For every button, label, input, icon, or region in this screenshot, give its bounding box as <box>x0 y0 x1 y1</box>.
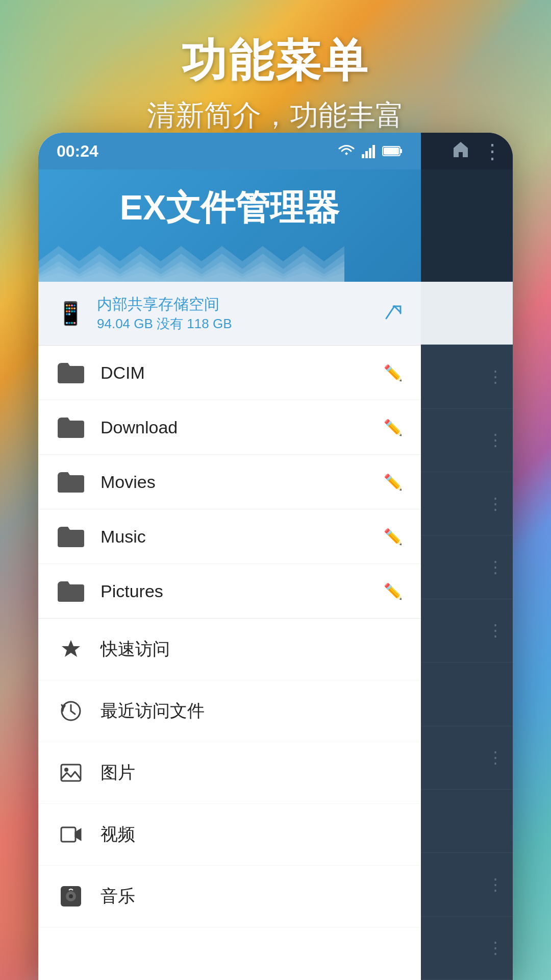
status-time: 00:24 <box>57 142 98 161</box>
menu-item-recent[interactable]: 最近访问文件 <box>38 680 421 742</box>
context-menu-icon-music2[interactable]: ⋮ <box>487 938 503 958</box>
drawer-panel: 00:24 <box>38 133 421 980</box>
image-icon <box>57 758 85 787</box>
edit-icon-movies[interactable]: ✏️ <box>384 473 403 491</box>
svg-rect-1 <box>365 151 368 158</box>
context-menu-icon-music[interactable]: ⋮ <box>487 557 503 577</box>
app-title: EX文件管理器 <box>57 185 403 231</box>
menu-item-video[interactable]: 视频 <box>38 804 421 866</box>
history-icon <box>57 697 85 725</box>
context-menu-icon-recent[interactable]: ⋮ <box>487 748 503 767</box>
storage-space: 94.04 GB 没有 118 GB <box>97 315 372 333</box>
signal-icon <box>362 144 376 158</box>
folder-item-download[interactable]: Download ✏️ <box>38 400 421 455</box>
folder-name-dcim: DCIM <box>101 363 368 383</box>
svg-point-15 <box>64 768 68 772</box>
right-row-quickaccess <box>421 663 513 726</box>
right-panel-top: ⋮ <box>421 133 513 169</box>
status-bar: 00:24 <box>38 133 421 169</box>
right-row-recent: ⋮ <box>421 726 513 790</box>
top-title: 功能菜单 <box>0 31 551 91</box>
menu-label-images: 图片 <box>101 761 403 785</box>
folder-icon <box>57 579 85 603</box>
menu-label-music: 音乐 <box>101 885 403 908</box>
folder-name-download: Download <box>101 418 368 437</box>
context-menu-icon-dcim[interactable]: ⋮ <box>487 367 503 386</box>
storage-arrow-icon <box>384 302 403 325</box>
storage-item[interactable]: 📱 内部共享存储空间 94.04 GB 没有 118 GB <box>38 282 421 346</box>
right-row-storage <box>421 282 513 345</box>
menu-list: 快速访问 最近访问文件 <box>38 619 421 980</box>
storage-name: 内部共享存储空间 <box>97 294 372 315</box>
more-options-icon[interactable]: ⋮ <box>482 141 503 161</box>
folder-icon <box>57 361 85 384</box>
folder-icon <box>57 470 85 494</box>
right-rows: ⋮ ⋮ ⋮ ⋮ ⋮ ⋮ <box>421 282 513 980</box>
top-text-section: 功能菜单 清新简介，功能丰富 <box>0 0 551 135</box>
phone-mockup: 00:24 <box>38 133 513 980</box>
svg-rect-6 <box>384 148 399 155</box>
folder-name-movies: Movies <box>101 472 368 492</box>
right-row-download: ⋮ <box>421 409 513 472</box>
svg-point-20 <box>69 894 73 898</box>
right-row-images <box>421 790 513 853</box>
folder-item-pictures[interactable]: Pictures ✏️ <box>38 564 421 618</box>
top-subtitle: 清新简介，功能丰富 <box>0 96 551 135</box>
svg-marker-12 <box>62 640 80 657</box>
right-row-pictures: ⋮ <box>421 599 513 663</box>
star-icon <box>57 635 85 664</box>
menu-label-quickaccess: 快速访问 <box>101 638 403 661</box>
folder-icon <box>57 525 85 548</box>
edit-icon-dcim[interactable]: ✏️ <box>384 364 403 382</box>
svg-rect-5 <box>400 149 402 153</box>
svg-marker-21 <box>454 142 468 157</box>
home-icon[interactable] <box>452 140 470 163</box>
right-row-movies: ⋮ <box>421 472 513 535</box>
battery-icon <box>382 144 403 158</box>
phone-screen: 00:24 <box>38 133 513 980</box>
folder-item-dcim[interactable]: DCIM ✏️ <box>38 346 421 400</box>
phone-icon: 📱 <box>57 300 85 327</box>
menu-label-recent: 最近访问文件 <box>101 699 403 723</box>
menu-label-video: 视频 <box>101 823 403 846</box>
folder-list: DCIM ✏️ Download ✏️ <box>38 346 421 619</box>
status-icons <box>337 144 403 158</box>
video-icon <box>57 820 85 849</box>
music-icon <box>57 882 85 911</box>
edit-icon-pictures[interactable]: ✏️ <box>384 582 403 600</box>
svg-rect-3 <box>372 145 375 158</box>
menu-item-quickaccess[interactable]: 快速访问 <box>38 619 421 680</box>
folder-name-pictures: Pictures <box>101 581 368 601</box>
folder-icon <box>57 415 85 439</box>
context-menu-icon-movies[interactable]: ⋮ <box>487 494 503 513</box>
context-menu-icon-pictures[interactable]: ⋮ <box>487 621 503 640</box>
right-row-music2: ⋮ <box>421 917 513 980</box>
right-row-video: ⋮ <box>421 853 513 916</box>
right-row-dcim: ⋮ <box>421 345 513 408</box>
edit-icon-music[interactable]: ✏️ <box>384 528 403 546</box>
wifi-icon <box>337 144 356 158</box>
svg-rect-16 <box>61 827 76 842</box>
folder-item-music[interactable]: Music ✏️ <box>38 509 421 564</box>
context-menu-icon-video[interactable]: ⋮ <box>487 875 503 894</box>
app-header: EX文件管理器 <box>38 169 421 282</box>
wave-decoration <box>38 241 344 282</box>
folder-name-music: Music <box>101 527 368 547</box>
right-header-area <box>421 169 513 282</box>
svg-rect-0 <box>362 154 364 158</box>
folder-item-movies[interactable]: Movies ✏️ <box>38 455 421 509</box>
right-row-music: ⋮ <box>421 535 513 599</box>
edit-icon-download[interactable]: ✏️ <box>384 419 403 436</box>
svg-rect-2 <box>369 148 371 158</box>
svg-rect-14 <box>61 765 81 781</box>
context-menu-icon-download[interactable]: ⋮ <box>487 430 503 450</box>
storage-info: 内部共享存储空间 94.04 GB 没有 118 GB <box>97 294 372 333</box>
right-panel: ⋮ ⋮ ⋮ ⋮ ⋮ <box>421 133 513 980</box>
menu-item-music[interactable]: 音乐 <box>38 866 421 927</box>
menu-item-images[interactable]: 图片 <box>38 742 421 804</box>
